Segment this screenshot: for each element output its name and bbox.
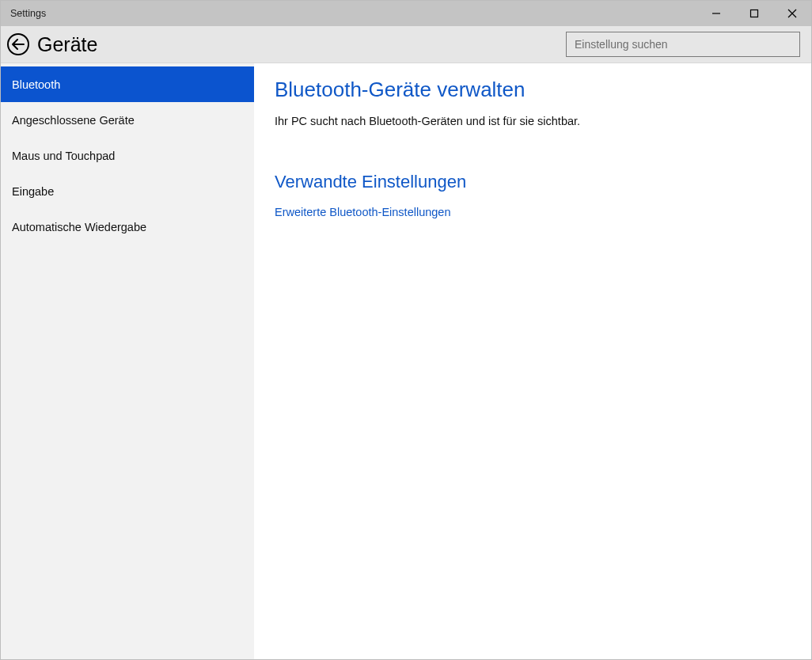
titlebar: Settings [1,1,811,26]
back-button[interactable] [7,33,29,55]
maximize-button[interactable] [735,1,773,26]
sidebar-item-mouse-touchpad[interactable]: Maus und Touchpad [1,138,254,173]
search-input[interactable] [566,32,800,57]
window-title: Settings [10,8,46,19]
page-title: Geräte [37,33,97,56]
sidebar-item-label: Maus und Touchpad [12,150,115,162]
sidebar-item-autoplay[interactable]: Automatische Wiedergabe [1,209,254,245]
related-settings-heading: Verwandte Einstellungen [275,172,791,192]
sidebar: Bluetooth Angeschlossene Geräte Maus und… [1,63,254,659]
sidebar-item-label: Angeschlossene Geräte [12,114,135,127]
svg-rect-1 [751,10,758,17]
sidebar-item-label: Bluetooth [12,78,60,91]
content-description: Ihr PC sucht nach Bluetooth-Geräten und … [275,115,791,127]
settings-window: Settings Geräte Bluetooth [0,0,812,660]
body: Bluetooth Angeschlossene Geräte Maus und… [1,63,811,659]
content: Bluetooth-Geräte verwalten Ihr PC sucht … [254,63,811,659]
close-button[interactable] [773,1,811,26]
minimize-button[interactable] [697,1,735,26]
sidebar-item-label: Eingabe [12,185,54,198]
sidebar-item-connected-devices[interactable]: Angeschlossene Geräte [1,102,254,138]
sidebar-item-label: Automatische Wiedergabe [12,221,146,233]
window-controls [697,1,811,26]
advanced-bluetooth-link[interactable]: Erweiterte Bluetooth-Einstellungen [275,206,450,218]
arrow-left-icon [12,39,25,50]
sidebar-item-typing[interactable]: Eingabe [1,173,254,209]
content-heading: Bluetooth-Geräte verwalten [275,78,791,102]
sidebar-item-bluetooth[interactable]: Bluetooth [1,66,254,102]
header: Geräte [1,26,811,63]
